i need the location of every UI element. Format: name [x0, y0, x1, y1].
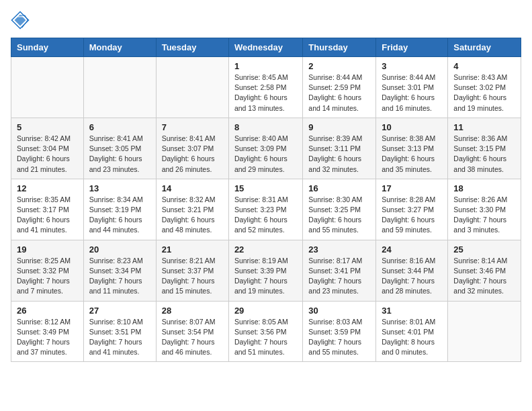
calendar-cell: 20Sunrise: 8:23 AM Sunset: 3:34 PM Dayli…	[83, 240, 156, 301]
day-number: 24	[382, 244, 442, 255]
day-of-week-header: Friday	[376, 38, 448, 57]
calendar-week-row: 1Sunrise: 8:45 AM Sunset: 2:58 PM Daylig…	[11, 57, 521, 118]
calendar-cell: 28Sunrise: 8:07 AM Sunset: 3:54 PM Dayli…	[156, 301, 228, 362]
calendar-cell: 2Sunrise: 8:44 AM Sunset: 2:59 PM Daylig…	[303, 57, 376, 118]
calendar-cell	[11, 57, 84, 118]
day-info: Sunrise: 8:10 AM Sunset: 3:51 PM Dayligh…	[89, 317, 150, 358]
day-info: Sunrise: 8:28 AM Sunset: 3:27 PM Dayligh…	[382, 195, 442, 236]
day-info: Sunrise: 8:14 AM Sunset: 3:46 PM Dayligh…	[453, 256, 515, 297]
day-info: Sunrise: 8:32 AM Sunset: 3:21 PM Dayligh…	[162, 195, 223, 236]
calendar-week-row: 12Sunrise: 8:35 AM Sunset: 3:17 PM Dayli…	[11, 179, 521, 240]
calendar-cell: 7Sunrise: 8:41 AM Sunset: 3:07 PM Daylig…	[156, 118, 228, 179]
day-info: Sunrise: 8:17 AM Sunset: 3:41 PM Dayligh…	[308, 256, 370, 297]
calendar-cell: 27Sunrise: 8:10 AM Sunset: 3:51 PM Dayli…	[83, 301, 156, 362]
calendar-cell: 11Sunrise: 8:36 AM Sunset: 3:15 PM Dayli…	[448, 118, 521, 179]
day-info: Sunrise: 8:44 AM Sunset: 3:01 PM Dayligh…	[382, 73, 442, 113]
calendar-cell: 19Sunrise: 8:25 AM Sunset: 3:32 PM Dayli…	[11, 240, 84, 301]
calendar-cell: 15Sunrise: 8:31 AM Sunset: 3:23 PM Dayli…	[228, 179, 302, 240]
day-info: Sunrise: 8:26 AM Sunset: 3:30 PM Dayligh…	[453, 195, 515, 236]
day-number: 26	[17, 306, 78, 316]
day-info: Sunrise: 8:45 AM Sunset: 2:58 PM Dayligh…	[234, 73, 297, 113]
day-info: Sunrise: 8:42 AM Sunset: 3:04 PM Dayligh…	[17, 134, 78, 175]
day-info: Sunrise: 8:30 AM Sunset: 3:25 PM Dayligh…	[308, 195, 370, 236]
calendar-cell: 9Sunrise: 8:39 AM Sunset: 3:11 PM Daylig…	[303, 118, 376, 179]
day-number: 7	[162, 122, 223, 132]
calendar-cell: 16Sunrise: 8:30 AM Sunset: 3:25 PM Dayli…	[303, 179, 376, 240]
day-info: Sunrise: 8:12 AM Sunset: 3:49 PM Dayligh…	[17, 317, 78, 358]
calendar-cell: 29Sunrise: 8:05 AM Sunset: 3:56 PM Dayli…	[228, 301, 302, 362]
day-info: Sunrise: 8:31 AM Sunset: 3:23 PM Dayligh…	[234, 195, 297, 236]
day-number: 23	[308, 244, 370, 255]
day-number: 3	[382, 61, 442, 71]
day-number: 5	[17, 122, 78, 132]
day-info: Sunrise: 8:19 AM Sunset: 3:39 PM Dayligh…	[234, 256, 297, 297]
calendar-cell: 23Sunrise: 8:17 AM Sunset: 3:41 PM Dayli…	[303, 240, 376, 301]
day-info: Sunrise: 8:40 AM Sunset: 3:09 PM Dayligh…	[234, 134, 297, 175]
day-of-week-header: Monday	[83, 38, 156, 57]
calendar-cell: 3Sunrise: 8:44 AM Sunset: 3:01 PM Daylig…	[376, 57, 448, 118]
day-info: Sunrise: 8:25 AM Sunset: 3:32 PM Dayligh…	[17, 256, 78, 297]
calendar-cell: 24Sunrise: 8:16 AM Sunset: 3:44 PM Dayli…	[376, 240, 448, 301]
day-info: Sunrise: 8:41 AM Sunset: 3:07 PM Dayligh…	[162, 134, 223, 175]
day-of-week-header: Sunday	[11, 38, 84, 57]
day-number: 17	[382, 183, 442, 193]
calendar-table: SundayMondayTuesdayWednesdayThursdayFrid…	[11, 38, 521, 362]
day-info: Sunrise: 8:36 AM Sunset: 3:15 PM Dayligh…	[453, 134, 515, 175]
day-of-week-header: Thursday	[303, 38, 376, 57]
calendar-week-row: 5Sunrise: 8:42 AM Sunset: 3:04 PM Daylig…	[11, 118, 521, 179]
day-number: 10	[382, 122, 442, 132]
day-number: 15	[234, 183, 297, 193]
page-header	[11, 11, 521, 30]
day-info: Sunrise: 8:43 AM Sunset: 3:02 PM Dayligh…	[453, 73, 515, 113]
day-number: 19	[17, 244, 78, 255]
calendar-cell: 8Sunrise: 8:40 AM Sunset: 3:09 PM Daylig…	[228, 118, 302, 179]
day-info: Sunrise: 8:01 AM Sunset: 4:01 PM Dayligh…	[382, 317, 442, 358]
day-number: 12	[17, 183, 78, 193]
calendar-cell: 12Sunrise: 8:35 AM Sunset: 3:17 PM Dayli…	[11, 179, 84, 240]
calendar-week-row: 26Sunrise: 8:12 AM Sunset: 3:49 PM Dayli…	[11, 301, 521, 362]
logo	[11, 11, 30, 30]
calendar-cell: 6Sunrise: 8:41 AM Sunset: 3:05 PM Daylig…	[83, 118, 156, 179]
day-info: Sunrise: 8:03 AM Sunset: 3:59 PM Dayligh…	[308, 317, 370, 358]
day-number: 29	[234, 306, 297, 316]
day-of-week-header: Saturday	[448, 38, 521, 57]
day-info: Sunrise: 8:35 AM Sunset: 3:17 PM Dayligh…	[17, 195, 78, 236]
day-number: 27	[89, 306, 150, 316]
calendar-cell: 25Sunrise: 8:14 AM Sunset: 3:46 PM Dayli…	[448, 240, 521, 301]
day-number: 6	[89, 122, 150, 132]
calendar-cell: 13Sunrise: 8:34 AM Sunset: 3:19 PM Dayli…	[83, 179, 156, 240]
day-info: Sunrise: 8:38 AM Sunset: 3:13 PM Dayligh…	[382, 134, 442, 175]
calendar-cell: 10Sunrise: 8:38 AM Sunset: 3:13 PM Dayli…	[376, 118, 448, 179]
calendar-cell: 17Sunrise: 8:28 AM Sunset: 3:27 PM Dayli…	[376, 179, 448, 240]
day-info: Sunrise: 8:23 AM Sunset: 3:34 PM Dayligh…	[89, 256, 150, 297]
day-number: 21	[162, 244, 223, 255]
calendar-cell	[448, 301, 521, 362]
day-number: 22	[234, 244, 297, 255]
calendar-cell: 21Sunrise: 8:21 AM Sunset: 3:37 PM Dayli…	[156, 240, 228, 301]
day-number: 30	[308, 306, 370, 316]
day-number: 28	[162, 306, 223, 316]
calendar-cell: 5Sunrise: 8:42 AM Sunset: 3:04 PM Daylig…	[11, 118, 84, 179]
calendar-cell: 22Sunrise: 8:19 AM Sunset: 3:39 PM Dayli…	[228, 240, 302, 301]
calendar-cell	[83, 57, 156, 118]
day-number: 8	[234, 122, 297, 132]
day-number: 25	[453, 244, 515, 255]
day-info: Sunrise: 8:34 AM Sunset: 3:19 PM Dayligh…	[89, 195, 150, 236]
day-number: 11	[453, 122, 515, 132]
calendar-cell: 18Sunrise: 8:26 AM Sunset: 3:30 PM Dayli…	[448, 179, 521, 240]
calendar-cell: 26Sunrise: 8:12 AM Sunset: 3:49 PM Dayli…	[11, 301, 84, 362]
day-number: 13	[89, 183, 150, 193]
day-of-week-header: Tuesday	[156, 38, 228, 57]
day-info: Sunrise: 8:07 AM Sunset: 3:54 PM Dayligh…	[162, 317, 223, 358]
day-number: 16	[308, 183, 370, 193]
calendar-cell: 30Sunrise: 8:03 AM Sunset: 3:59 PM Dayli…	[303, 301, 376, 362]
day-number: 1	[234, 61, 297, 71]
generalblue-icon	[11, 11, 30, 30]
day-number: 4	[453, 61, 515, 71]
day-number: 2	[308, 61, 370, 71]
day-of-week-header: Wednesday	[228, 38, 302, 57]
day-number: 20	[89, 244, 150, 255]
day-info: Sunrise: 8:05 AM Sunset: 3:56 PM Dayligh…	[234, 317, 297, 358]
day-number: 14	[162, 183, 223, 193]
calendar-header-row: SundayMondayTuesdayWednesdayThursdayFrid…	[11, 38, 521, 57]
